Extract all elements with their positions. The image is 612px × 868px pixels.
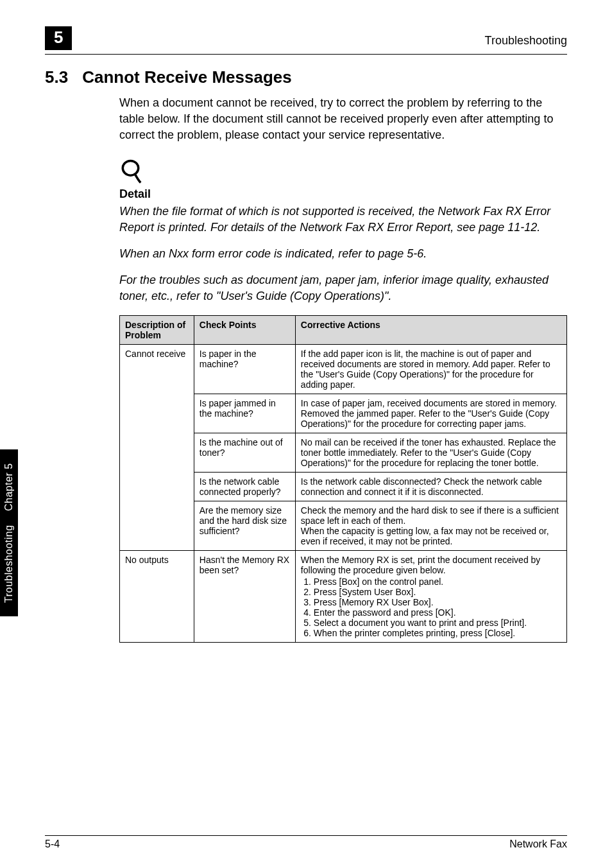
list-item: Press [Box] on the control panel.: [314, 577, 561, 587]
footer-document-title: Network Fax: [509, 838, 567, 850]
action-intro: When the Memory RX is set, print the doc…: [301, 555, 541, 575]
detail-paragraph-1: When the file format of which is not sup…: [119, 204, 567, 236]
table-row: No outputs Hasn't the Memory RX been set…: [120, 550, 567, 642]
problem-cell: No outputs: [120, 550, 194, 642]
footer-divider: [45, 835, 567, 836]
side-tab-top: Troubleshooting: [3, 525, 15, 603]
header-label: Troubleshooting: [485, 34, 567, 50]
check-cell: Is paper jammed in the machine?: [194, 394, 295, 433]
troubleshoot-table: Description of Problem Check Points Corr…: [119, 315, 567, 643]
side-tab-bottom: Chapter 5: [3, 463, 15, 511]
list-item: When the printer completes printing, pre…: [314, 628, 561, 638]
list-item: Enter the password and press [OK].: [314, 607, 561, 618]
section-number: 5.3: [45, 67, 68, 87]
header-divider: [45, 54, 567, 55]
list-item: Select a document you want to print and …: [314, 618, 561, 628]
action-cell: Check the memory and the hard disk to se…: [295, 501, 566, 550]
svg-point-0: [123, 161, 139, 175]
footer: 5-4 Network Fax: [45, 830, 567, 850]
action-cell: In case of paper jam, received documents…: [295, 394, 566, 433]
check-cell: Is the network cable connected properly?: [194, 472, 295, 501]
section-badge: 5: [45, 26, 72, 50]
section-title: Cannot Receive Messages: [82, 67, 292, 87]
table-row: Cannot receive Is paper in the machine? …: [120, 344, 567, 394]
action-steps-list: Press [Box] on the control panel. Press …: [301, 577, 561, 638]
list-item: Press [Memory RX User Box].: [314, 597, 561, 607]
table-header-col2: Check Points: [194, 315, 295, 344]
side-tab: Troubleshooting Chapter 5: [0, 449, 18, 616]
detail-heading: Detail: [119, 187, 567, 201]
intro-paragraph: When a document cannot be received, try …: [119, 95, 567, 144]
detail-paragraph-3: For the troubles such as document jam, p…: [119, 272, 567, 304]
table-header-col1: Description of Problem: [120, 315, 194, 344]
problem-cell: Cannot receive: [120, 344, 194, 550]
check-cell: Is paper in the machine?: [194, 344, 295, 394]
footer-page-number: 5-4: [45, 838, 60, 850]
check-cell: Are the memory size and the hard disk si…: [194, 501, 295, 550]
magnifier-icon: [119, 158, 567, 190]
list-item: Press [System User Box].: [314, 587, 561, 597]
detail-paragraph-2: When an Nxx form error code is indicated…: [119, 246, 567, 262]
action-cell: When the Memory RX is set, print the doc…: [295, 550, 566, 642]
action-cell: Is the network cable disconnected? Check…: [295, 472, 566, 501]
check-cell: Is the machine out of toner?: [194, 433, 295, 472]
table-header-col3: Corrective Actions: [295, 315, 566, 344]
action-cell: If the add paper icon is lit, the machin…: [295, 344, 566, 394]
action-cell: No mail can be received if the toner has…: [295, 433, 566, 472]
check-cell: Hasn't the Memory RX been set?: [194, 550, 295, 642]
